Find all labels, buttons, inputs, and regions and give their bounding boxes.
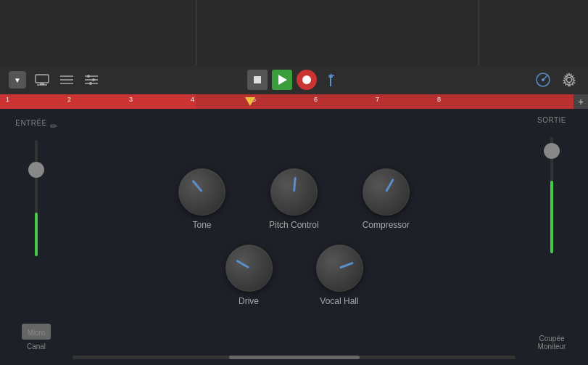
- input-fader-track: [35, 140, 38, 256]
- dropdown-button[interactable]: ▼: [9, 71, 26, 89]
- pitch-control-label: Pitch Control: [269, 220, 319, 230]
- pencil-icon[interactable]: ✏: [50, 121, 57, 131]
- scrollbar-thumb[interactable]: [229, 356, 360, 359]
- input-channel-label: Canal: [27, 343, 46, 350]
- main-content: ENTRÉE ✏ Micro Canal Tone: [0, 109, 588, 365]
- play-button[interactable]: [272, 70, 292, 90]
- effects-area: Tone Pitch Control Compressor: [73, 109, 515, 365]
- tone-indicator: [191, 180, 202, 192]
- svg-point-13: [542, 78, 544, 81]
- horizontal-scrollbar[interactable]: [73, 356, 515, 359]
- toolbar: ▼: [0, 65, 588, 94]
- output-fader: [541, 130, 563, 335]
- output-bottom-labels: Coupée Moniteur: [538, 335, 566, 358]
- input-bottom-labels: Micro Canal: [22, 324, 51, 358]
- tone-knob-group: Tone: [178, 168, 225, 230]
- timeline-mark-2: 2: [67, 96, 71, 103]
- input-label: ENTRÉE: [15, 119, 47, 127]
- input-label-row: ENTRÉE ✏: [15, 119, 57, 133]
- svg-point-11: [89, 82, 92, 85]
- pitch-indicator: [293, 177, 297, 192]
- toolbar-right: [533, 70, 579, 90]
- output-channel-label: Moniteur: [538, 343, 566, 350]
- tone-label: Tone: [192, 220, 211, 230]
- compressor-indicator: [385, 179, 394, 192]
- add-track-button[interactable]: +: [573, 94, 588, 109]
- timeline-mark-4: 4: [191, 96, 194, 103]
- compressor-knob-group: Compressor: [363, 168, 410, 230]
- svg-point-14: [567, 78, 572, 83]
- tune-button[interactable]: [321, 70, 341, 90]
- playhead[interactable]: [245, 97, 255, 106]
- stop-icon: [254, 76, 261, 83]
- transport-controls: [247, 70, 341, 90]
- svg-point-7: [87, 75, 90, 78]
- sliders-icon[interactable]: [83, 71, 100, 89]
- vocal-hall-indicator: [339, 262, 353, 269]
- list-icon[interactable]: [58, 71, 75, 89]
- svg-rect-0: [36, 75, 49, 83]
- drive-label: Drive: [239, 296, 259, 306]
- vocal-hall-knob-group: Vocal Hall: [316, 245, 363, 306]
- timeline-mark-6: 6: [314, 96, 318, 103]
- timeline-mark-7: 7: [376, 96, 379, 103]
- pitch-control-knob[interactable]: [270, 168, 318, 216]
- knob-row-2: Drive Vocal Hall: [225, 245, 363, 306]
- record-icon: [302, 75, 311, 84]
- timeline-left: [0, 94, 196, 109]
- input-fader-fill: [35, 213, 38, 256]
- svg-point-9: [92, 78, 95, 81]
- compressor-knob[interactable]: [363, 168, 410, 216]
- vocal-hall-knob[interactable]: [316, 245, 363, 292]
- play-icon: [278, 75, 287, 85]
- dashboard-button[interactable]: [533, 70, 553, 90]
- input-source-label: Micro: [28, 329, 45, 337]
- knob-row-1: Tone Pitch Control Compressor: [178, 168, 410, 230]
- input-fader: [25, 133, 47, 324]
- monitor-icon[interactable]: [33, 71, 51, 89]
- tone-knob[interactable]: [178, 168, 225, 216]
- top-bar: ▼: [0, 0, 588, 94]
- right-panel: SORTIE Coupée Moniteur: [515, 109, 588, 365]
- drive-knob[interactable]: [225, 245, 273, 292]
- compressor-label: Compressor: [363, 220, 410, 230]
- output-fader-thumb[interactable]: [544, 143, 560, 159]
- output-source-label: Coupée: [539, 335, 564, 343]
- output-fader-fill: [550, 181, 553, 253]
- left-panel: ENTRÉE ✏ Micro Canal: [0, 109, 73, 365]
- record-button[interactable]: [297, 70, 317, 90]
- timeline-mark-1: 1: [6, 96, 9, 103]
- vocal-hall-label: Vocal Hall: [320, 296, 358, 306]
- output-fader-track: [550, 137, 553, 253]
- settings-button[interactable]: [559, 70, 579, 90]
- pitch-knob-group: Pitch Control: [269, 168, 319, 230]
- timeline-mark-3: 3: [129, 96, 133, 103]
- timeline-mark-8: 8: [437, 96, 441, 103]
- input-fader-thumb[interactable]: [28, 162, 44, 178]
- drive-knob-group: Drive: [225, 245, 273, 306]
- output-label: SORTIE: [537, 116, 566, 124]
- stop-button[interactable]: [247, 70, 268, 90]
- toolbar-left: ▼: [9, 71, 100, 89]
- drive-indicator: [236, 260, 249, 269]
- timeline-ruler: 1 2 3 4 5 6 7 8 +: [0, 94, 588, 109]
